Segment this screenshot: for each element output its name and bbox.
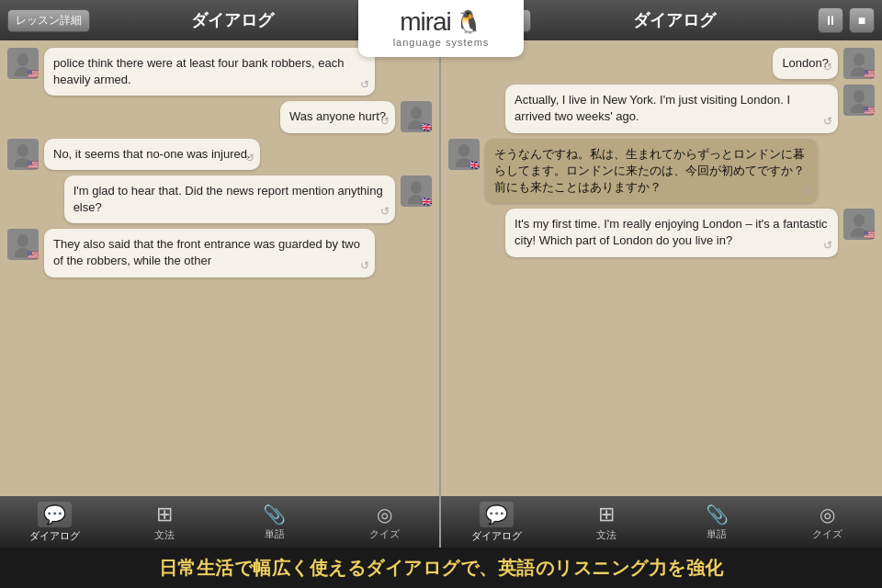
message-bubble: そうなんですね。私は、生まれてからずっとロンドンに暮らしてます。ロンドンに来たの… — [485, 139, 818, 204]
table-row: 🇺🇸 It's my first time. I'm really enjoyi… — [448, 209, 875, 256]
panels-container: レッスン詳細 ダイアログ ⏸ ■ 🇺🇸 — [0, 0, 882, 548]
chat-icon: 💬 — [43, 503, 66, 526]
penguin-icon: 🐧 — [455, 9, 482, 35]
message-bubble: It's my first time. I'm really enjoying … — [505, 209, 838, 256]
logo-text: mirai — [400, 7, 451, 37]
avatar: 🇺🇸 — [7, 229, 39, 260]
app-wrapper: mirai 🐧 language systems レッスン詳細 ダイアログ ⏸ … — [0, 0, 882, 588]
svg-point-0 — [17, 53, 28, 66]
svg-point-10 — [854, 53, 865, 66]
quiz-icon-right: ◎ — [820, 503, 835, 526]
vocab-icon: 📎 — [263, 503, 286, 526]
vocab-icon-right: 📎 — [706, 503, 729, 526]
grammar-icon-right: ⊞ — [598, 503, 615, 526]
svg-point-12 — [854, 90, 865, 103]
tab-dialog-right[interactable]: 💬 ダイアログ — [441, 496, 551, 548]
message-bubble: police think there were at least four ba… — [44, 48, 375, 96]
avatar: 🇺🇸 — [843, 85, 875, 116]
chat-icon-right: 💬 — [485, 503, 508, 526]
svg-point-6 — [411, 181, 422, 194]
tab-quiz-left[interactable]: ◎ クイズ — [330, 496, 440, 548]
grammar-icon: ⊞ — [156, 503, 173, 526]
tab-vocab-right[interactable]: 📎 単語 — [662, 496, 772, 548]
tab-dialog-left[interactable]: 💬 ダイアログ — [0, 496, 110, 548]
right-tab-bar: 💬 ダイアログ ⊞ 文法 📎 単語 ◎ クイズ — [441, 496, 882, 548]
bottom-banner: 日常生活で幅広く使えるダイアログで、英語のリスニング力を強化 — [0, 548, 882, 588]
svg-point-2 — [411, 107, 422, 119]
svg-point-8 — [17, 234, 28, 247]
right-pause-button[interactable]: ⏸ — [818, 7, 843, 33]
table-row: 🇺🇸 They also said that the front entranc… — [7, 229, 432, 277]
table-row: 🇬🇧 Was anyone hurt? ↺ — [7, 101, 432, 132]
table-row: 🇬🇧 I'm glad to hear that. Did the news r… — [7, 175, 432, 223]
tab-vocab-left[interactable]: 📎 単語 — [220, 496, 330, 548]
svg-point-14 — [458, 144, 469, 157]
tab-quiz-right[interactable]: ◎ クイズ — [772, 496, 882, 548]
svg-point-4 — [17, 144, 28, 157]
quiz-icon: ◎ — [377, 503, 392, 526]
avatar: 🇺🇸 — [843, 48, 875, 79]
avatar: 🇬🇧 — [401, 101, 432, 132]
avatar: 🇬🇧 — [401, 175, 432, 207]
right-stop-button[interactable]: ■ — [849, 7, 875, 33]
message-bubble: Actually, I live in New York. I'm just v… — [505, 85, 838, 132]
right-panel: レッスン詳細 ダイアログ ⏸ ■ 🇺🇸 — [441, 0, 882, 548]
right-title: ダイアログ — [537, 9, 812, 31]
left-title: ダイアログ — [96, 9, 369, 31]
left-panel: レッスン詳細 ダイアログ ⏸ ■ 🇺🇸 — [0, 0, 441, 548]
avatar: 🇺🇸 — [7, 48, 39, 79]
left-chat-area: 🇺🇸 police think there were at least four… — [0, 40, 439, 496]
message-bubble: They also said that the front entrance w… — [44, 229, 375, 277]
avatar: 🇺🇸 — [7, 139, 39, 170]
message-bubble: London? ↺ — [773, 48, 838, 79]
message-bubble: No, it seems that no-one was injured. ↺ — [44, 139, 260, 170]
right-chat-area: 🇺🇸 London? ↺ 🇺🇸 — [441, 40, 882, 496]
message-bubble: I'm glad to hear that. Did the news repo… — [64, 175, 395, 223]
table-row: 🇺🇸 Actually, I live in New York. I'm jus… — [448, 85, 875, 132]
logo-panel: mirai 🐧 language systems — [358, 0, 524, 57]
tab-grammar-left[interactable]: ⊞ 文法 — [110, 496, 220, 548]
logo-sub: language systems — [368, 37, 514, 48]
tab-grammar-right[interactable]: ⊞ 文法 — [551, 496, 662, 548]
table-row: 🇺🇸 No, it seems that no-one was injured.… — [7, 139, 432, 170]
avatar: 🇺🇸 — [843, 209, 875, 240]
table-row: 🇬🇧 そうなんですね。私は、生まれてからずっとロンドンに暮らしてます。ロンドンに… — [448, 139, 875, 204]
banner-text: 日常生活で幅広く使えるダイアログで、英語のリスニング力を強化 — [159, 556, 724, 581]
avatar: 🇬🇧 — [448, 139, 480, 170]
svg-point-16 — [854, 214, 865, 227]
message-bubble: Was anyone hurt? ↺ — [280, 101, 395, 132]
left-tab-bar: 💬 ダイアログ ⊞ 文法 📎 単語 ◎ クイズ — [0, 496, 439, 548]
left-back-button[interactable]: レッスン詳細 — [7, 9, 90, 32]
